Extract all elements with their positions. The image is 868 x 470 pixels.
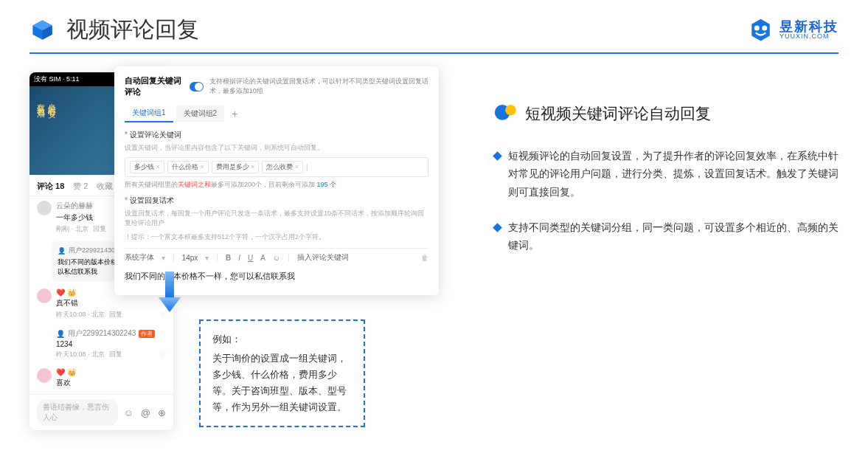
example-callout: 例如： 关于询价的设置成一组关键词，多少钱、什么价格，费用多少等。关于咨询班型、… <box>199 319 365 427</box>
brand-logo: 昱新科技 YUUXIN.COM <box>748 17 839 43</box>
comment-text: 真不错 <box>56 298 166 308</box>
keyword-tag[interactable]: 什么价格 <box>167 161 209 173</box>
user-icon: 👤 <box>56 330 65 338</box>
reply-hint: 设置回复话术，每回复一个用户评论只发送一条话术，最多支持设置10条不同话术，按添… <box>125 209 428 228</box>
logo-text-main: 昱新科技 <box>780 20 839 33</box>
size-selector[interactable]: 14px <box>182 254 198 262</box>
image-icon[interactable]: ⊕ <box>158 407 166 418</box>
keyword-tag[interactable]: 多少钱 <box>130 161 164 173</box>
editor-toolbar: 系统字体▾ | 14px▾ | B I U A ☺ | 插入评论关键词 🗑 <box>125 248 428 266</box>
user-icon: 👤 <box>58 247 66 255</box>
keyword-tag-input[interactable]: 多少钱 什么价格 费用是多少 怎么收费 | <box>125 157 428 177</box>
cube-icon <box>29 17 55 43</box>
svg-point-4 <box>754 25 760 30</box>
svg-rect-6 <box>165 272 174 297</box>
header-divider <box>29 52 839 54</box>
comment-text: 1234 <box>56 340 166 348</box>
avatar <box>37 288 52 303</box>
color-button[interactable]: A <box>260 254 265 262</box>
bullet-text: 支持不同类型的关键词分组，同一类问题，可设置多个相近的、高频的关键词。 <box>508 219 839 255</box>
bullet-item: 短视频评论的自动回复设置，为了提升作者的评论回复效率，在系统中针对常见的评论用户… <box>494 148 839 201</box>
diamond-bullet-icon <box>493 223 502 232</box>
at-icon[interactable]: @ <box>141 407 150 418</box>
example-body: 关于询价的设置成一组关键词，多少钱、什么价格，费用多少等。关于咨询班型、版本、型… <box>212 350 352 415</box>
keyword-group-tab-1[interactable]: 关键词组1 <box>125 105 173 122</box>
example-title: 例如： <box>212 331 352 348</box>
reply-link[interactable]: 回复 <box>93 224 106 234</box>
logo-hex-icon <box>748 17 774 43</box>
comment-input[interactable]: 善语结善缘，恶言伤人心 <box>37 399 118 426</box>
reply-link[interactable]: 回复 <box>109 310 122 319</box>
description-column: 短视频关键词评论自动回复 短视频评论的自动回复设置，为了提升作者的评论回复效率，… <box>420 72 839 272</box>
keyword-tag[interactable]: 怎么收费 <box>262 161 303 173</box>
comment-time: 昨天10:08 · 北京 <box>56 350 105 359</box>
comment-item: ❤️ 👑 喜欢 <box>29 364 173 394</box>
svg-point-9 <box>505 105 515 115</box>
illustration-column: 没有 SIM · 5:11 身纷心有安有笑也有泪 评论 18 赞 2 收藏 云朵… <box>29 72 398 272</box>
reply-tip: ！提示：一个富文本框最多支持512个字符，一个汉字占用2个字符。 <box>125 232 428 242</box>
tab-comments[interactable]: 评论 18 <box>37 181 64 192</box>
arrow-down-icon <box>155 272 184 316</box>
comment-time: 昨天10:08 · 北京 <box>56 310 105 319</box>
reply-username: 用户2299214302243 <box>68 328 136 339</box>
diamond-bullet-icon <box>493 151 502 161</box>
nested-comment: 👤 用户2299214302243 作者 1234 昨天10:08 · 北京 回… <box>49 324 173 364</box>
panel-title: 自动回复关键词评论 <box>125 75 184 97</box>
emoji-button[interactable]: ☺ <box>273 254 280 262</box>
emoji-icon[interactable]: ☺ <box>124 407 133 418</box>
settings-panel: 自动回复关键词评论 支持根据评论的关键词设置回复话术，可以针对不同类型关键词设置… <box>114 66 439 295</box>
chat-bubble-icon <box>494 102 518 125</box>
page-header: 视频评论回复 昱新科技 YUUXIN.COM <box>0 0 868 52</box>
panel-description: 支持根据评论的关键词设置回复话术，可以针对不同类型关键词设置回复话术，最多添加1… <box>209 77 428 96</box>
font-selector[interactable]: 系统字体 <box>125 252 154 263</box>
keywords-label: 设置评论关键词 <box>125 130 428 140</box>
comment-time: 刚刚 · 北京 <box>56 224 88 234</box>
avatar <box>37 368 52 383</box>
keyword-tag[interactable]: 费用是多少 <box>212 161 260 173</box>
svg-marker-7 <box>159 297 181 312</box>
add-tab-button[interactable]: + <box>227 108 242 120</box>
auto-reply-toggle[interactable] <box>190 82 204 91</box>
tab-likes[interactable]: 赞 2 <box>73 181 88 192</box>
author-badge: 作者 <box>139 330 155 338</box>
svg-marker-3 <box>751 19 770 41</box>
underline-button[interactable]: U <box>248 254 253 262</box>
insert-keyword-button[interactable]: 插入评论关键词 <box>297 252 349 263</box>
reply-label: 设置回复话术 <box>125 196 428 206</box>
keyword-group-tab-2[interactable]: 关键词组2 <box>176 106 225 122</box>
italic-button[interactable]: I <box>238 254 240 262</box>
heart-icon[interactable]: ♡ <box>160 351 166 359</box>
avatar <box>37 201 52 215</box>
comment-input-bar: 善语结善缘，恶言伤人心 ☺ @ ⊕ <box>29 394 173 430</box>
reply-link[interactable]: 回复 <box>109 350 122 359</box>
svg-point-5 <box>762 25 767 30</box>
keyword-count-hint: 所有关键词组里的关键词之和最多可添加200个，目前剩余可添加 195 个 <box>125 180 428 190</box>
video-overlay-text: 身纷心有安有笑也有泪 <box>35 97 58 105</box>
bold-button[interactable]: B <box>226 254 231 262</box>
section-title: 短视频关键词评论自动回复 <box>525 103 711 124</box>
comment-text: 喜欢 <box>56 378 166 388</box>
tab-favorites[interactable]: 收藏 <box>97 181 113 192</box>
keywords-hint: 设置关键词，当评论里内容包含了以下关键词，则系统可自动回复。 <box>125 143 428 153</box>
comment-username: ❤️ 👑 <box>56 368 166 376</box>
bullet-text: 短视频评论的自动回复设置，为了提升作者的评论回复效率，在系统中针对常见的评论用户… <box>508 148 839 201</box>
logo-text-sub: YUUXIN.COM <box>780 33 839 40</box>
page-title: 视频评论回复 <box>66 15 199 45</box>
bullet-item: 支持不同类型的关键词分组，同一类问题，可设置多个相近的、高频的关键词。 <box>494 219 839 255</box>
delete-icon[interactable]: 🗑 <box>421 254 428 262</box>
